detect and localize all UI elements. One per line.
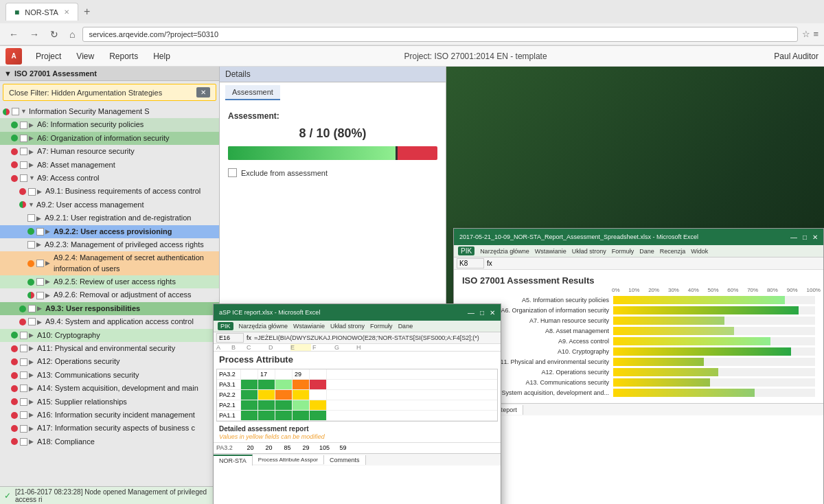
tree-checkbox[interactable] <box>36 260 44 267</box>
tree-item[interactable]: ▶ A11: Physical and environmental securi… <box>0 342 219 355</box>
expand-icon[interactable]: ▶ <box>45 259 54 268</box>
expand-icon[interactable]: ▶ <box>29 398 37 406</box>
tree-checkbox[interactable] <box>28 188 36 196</box>
tree-checkbox[interactable] <box>36 278 44 286</box>
tree-checkbox[interactable] <box>20 358 27 366</box>
tree-checkbox[interactable] <box>20 345 27 352</box>
ribbon-item-review[interactable]: Recenzja <box>660 248 686 255</box>
tree-item[interactable]: ▼ Information Security Management S <box>0 105 219 118</box>
expand-icon[interactable]: ▶ <box>37 318 45 327</box>
expand-icon[interactable]: ▶ <box>36 240 45 249</box>
formula-text-medium[interactable]: =JEŻELI(BIA(DWYSZUKAJ.PIONOWO(E28;'NOR-S… <box>254 334 498 341</box>
tree-item[interactable]: ▶ A17: Information security aspects of b… <box>0 422 219 435</box>
tree-checkbox[interactable] <box>20 135 27 142</box>
expand-icon[interactable]: ▼ <box>28 201 36 209</box>
ribbon-data[interactable]: Dane <box>398 323 413 330</box>
tree-item[interactable]: ▶ A9.2.2: User access provisioning <box>0 225 219 238</box>
expand-icon[interactable]: ▶ <box>29 331 37 340</box>
tree-item[interactable]: ▶ A13: Communications security <box>0 369 219 382</box>
tree-item[interactable]: ▶ A18: Compliance <box>0 435 219 448</box>
tree-item[interactable]: ▼ A9.2: User access management <box>0 198 219 211</box>
close-icon[interactable]: ✕ <box>812 233 818 241</box>
expand-icon[interactable]: ▶ <box>45 277 54 286</box>
ribbon-item-view[interactable]: Widok <box>691 248 708 255</box>
tree-item[interactable]: ▶ A9.2.6: Removal or adjustment of acces… <box>0 288 219 301</box>
ribbon-insert[interactable]: Wstawianie <box>293 323 325 330</box>
expand-icon[interactable]: ▶ <box>29 371 37 380</box>
expand-icon[interactable]: ▶ <box>29 121 37 130</box>
tree-item[interactable]: ▶ A9.2.5: Review of user access rights <box>0 275 219 288</box>
ribbon-item-insert[interactable]: Wstawianie <box>535 248 566 255</box>
minimize-icon[interactable]: — <box>790 233 797 241</box>
tree-checkbox[interactable] <box>27 214 35 222</box>
tree-checkbox[interactable] <box>20 438 27 446</box>
tree-checkbox[interactable] <box>20 161 27 169</box>
new-tab-button[interactable]: + <box>81 5 93 18</box>
tree-item[interactable]: ▼ A9: Access control <box>0 172 219 185</box>
tree-checkbox[interactable] <box>12 108 19 115</box>
ribbon-formulas[interactable]: Formuły <box>370 323 393 330</box>
expand-icon[interactable]: ▶ <box>36 214 45 223</box>
menu-project[interactable]: Project <box>29 49 68 64</box>
tree-item[interactable]: ▶ A8: Asset management <box>0 159 219 172</box>
minimize-icon[interactable]: — <box>468 309 474 317</box>
tree-item[interactable]: ▶ A12: Operations security <box>0 355 219 368</box>
expand-icon[interactable]: ▶ <box>29 424 37 433</box>
ribbon-item-formulas[interactable]: Formuły <box>612 248 634 255</box>
tree-checkbox[interactable] <box>20 148 27 155</box>
tree-item[interactable]: ▶ A16: Information security incident man… <box>0 409 219 422</box>
maximize-icon[interactable]: □ <box>803 233 807 241</box>
details-tab-assessment[interactable]: Assessment <box>225 85 280 100</box>
maximize-icon[interactable]: □ <box>480 309 484 317</box>
exclude-checkbox[interactable] <box>228 168 237 177</box>
expand-icon[interactable]: ▼ <box>29 174 37 183</box>
tree-checkbox[interactable] <box>20 385 27 392</box>
expand-icon[interactable]: ▶ <box>29 411 37 420</box>
back-button[interactable]: ← <box>5 27 22 41</box>
expand-icon[interactable]: ▶ <box>37 187 45 196</box>
tree-item[interactable]: ▶ A7: Human resource security <box>0 145 219 158</box>
forward-button[interactable]: → <box>26 27 43 41</box>
expand-icon[interactable]: ▼ <box>21 107 29 116</box>
expand-icon[interactable]: ▶ <box>29 344 37 353</box>
tree-checkbox[interactable] <box>20 332 27 339</box>
tab-close-button[interactable]: ✕ <box>64 8 69 16</box>
expand-icon[interactable]: ▶ <box>45 291 54 300</box>
tree-checkbox[interactable] <box>20 411 27 419</box>
menu-icon[interactable]: ≡ <box>813 29 819 39</box>
expand-icon[interactable]: ▶ <box>37 304 45 313</box>
refresh-button[interactable]: ↻ <box>47 27 62 41</box>
tree-item[interactable]: ▶ A9.2.3: Management of privileged acces… <box>0 238 219 251</box>
tree-item[interactable]: ▶ A14: System acquisition, development a… <box>0 382 219 395</box>
expand-icon[interactable]: ▶ <box>29 358 37 367</box>
tree-checkbox[interactable] <box>20 174 27 182</box>
tree-checkbox[interactable] <box>20 122 27 129</box>
tree-checkbox[interactable] <box>20 425 27 433</box>
tree-checkbox[interactable] <box>36 228 44 236</box>
browser-tab-norsta[interactable]: ■ NOR-STA ✕ <box>5 3 78 21</box>
ribbon-home[interactable]: Narzędzia główne <box>239 323 288 330</box>
tree-item[interactable]: ▶ A10: Cryptography <box>0 329 219 342</box>
sheet-tab-pa[interactable]: Process Attribute Asspor <box>253 455 324 464</box>
sheet-tab-norsta[interactable]: NOR-STA <box>214 455 253 466</box>
tree-item[interactable]: ▶ A6: Information security policies <box>0 118 219 131</box>
expand-icon[interactable]: ▶ <box>29 385 37 393</box>
tree-checkbox[interactable] <box>20 371 27 379</box>
menu-reports[interactable]: Reports <box>102 49 145 64</box>
ribbon-tab-pik[interactable]: PIK <box>458 247 474 255</box>
cell-ref[interactable]: K8 <box>457 258 484 268</box>
tree-checkbox[interactable] <box>36 292 44 299</box>
tree-item[interactable]: ▶ A6: Organization of information securi… <box>0 132 219 145</box>
ribbon-item-home[interactable]: Narzędzia główne <box>480 248 529 255</box>
address-bar[interactable] <box>82 27 798 42</box>
close-icon[interactable]: ✕ <box>490 309 495 317</box>
expand-icon[interactable]: ▶ <box>45 227 54 236</box>
tree-checkbox[interactable] <box>27 241 35 249</box>
ribbon-item-data[interactable]: Dane <box>639 248 654 255</box>
tree-checkbox[interactable] <box>20 398 27 406</box>
tree-item[interactable]: ▶ A15: Supplier relationships <box>0 396 219 409</box>
tree-item[interactable]: ▶ A9.1: Business requirements of access … <box>0 185 219 198</box>
sheet-tab-comments[interactable]: Comments <box>324 455 366 465</box>
expand-icon[interactable]: ▶ <box>29 437 37 446</box>
expand-icon[interactable]: ▶ <box>29 148 37 157</box>
